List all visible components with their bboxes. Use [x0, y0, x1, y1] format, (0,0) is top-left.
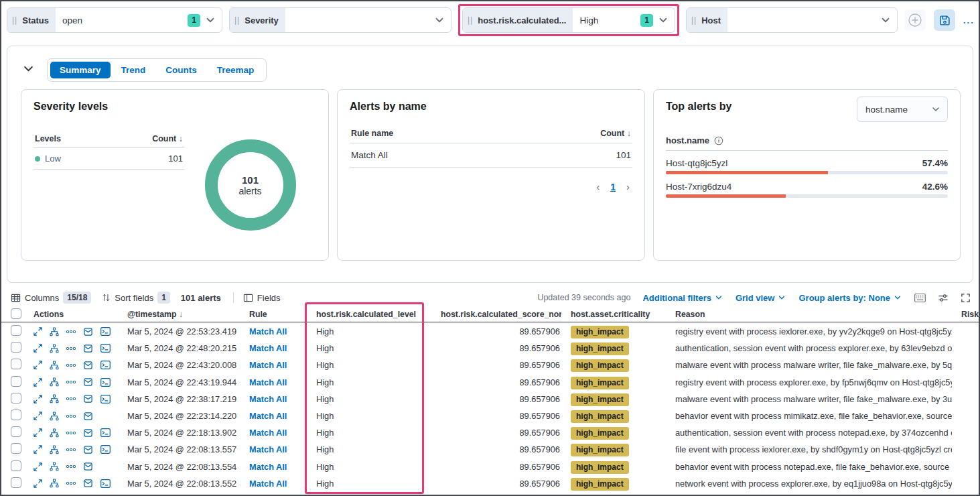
analyze-event-icon[interactable]: [50, 428, 59, 438]
group-alerts-button[interactable]: Group alerts by: None: [798, 293, 902, 303]
more-actions-icon[interactable]: [66, 481, 76, 485]
reason-cell[interactable]: registry event with process explorer.exe…: [669, 377, 952, 387]
investigate-timeline-icon[interactable]: [83, 377, 93, 387]
session-view-icon[interactable]: [100, 445, 111, 454]
more-actions-icon[interactable]: [66, 347, 76, 351]
row-checkbox[interactable]: [11, 426, 21, 437]
session-view-icon[interactable]: [100, 428, 111, 437]
row-checkbox[interactable]: [11, 460, 21, 471]
analyze-event-icon[interactable]: [50, 462, 59, 471]
more-actions-icon[interactable]: [66, 330, 76, 334]
more-actions-icon[interactable]: [66, 431, 76, 435]
rule-link[interactable]: Match All: [249, 377, 287, 387]
investigate-timeline-icon[interactable]: [83, 428, 93, 438]
analyze-event-icon[interactable]: [50, 412, 59, 421]
tab-summary[interactable]: Summary: [50, 62, 111, 78]
tab-trend[interactable]: Trend: [112, 62, 155, 78]
expand-alert-icon[interactable]: [33, 361, 42, 369]
reason-cell[interactable]: file event with process iexlorer.exe, by…: [669, 444, 952, 454]
fields-button[interactable]: Fields: [243, 293, 281, 303]
col-timestamp[interactable]: @timestamp ↓: [127, 310, 249, 319]
reason-cell[interactable]: behavior event with process mimikatz.exe…: [669, 411, 952, 421]
rule-link[interactable]: Match All: [249, 394, 287, 404]
investigate-timeline-icon[interactable]: [83, 361, 93, 370]
row-checkbox[interactable]: [11, 359, 21, 369]
next-page-icon[interactable]: ›: [626, 181, 630, 192]
expand-alert-icon[interactable]: [33, 344, 42, 353]
investigate-timeline-icon[interactable]: [83, 462, 93, 471]
more-actions-icon[interactable]: [66, 363, 76, 367]
row-checkbox[interactable]: [11, 342, 21, 353]
session-view-icon[interactable]: [100, 378, 111, 387]
analyze-event-icon[interactable]: [50, 445, 59, 454]
expand-alert-icon[interactable]: [33, 327, 42, 336]
chevron-down-icon[interactable]: [657, 14, 669, 26]
col-risk[interactable]: Risk: [952, 310, 979, 319]
investigate-timeline-icon[interactable]: [83, 327, 93, 336]
analyze-event-icon[interactable]: [50, 361, 59, 370]
info-icon[interactable]: [714, 136, 723, 145]
expand-alert-icon[interactable]: [33, 479, 42, 488]
investigate-timeline-icon[interactable]: [83, 479, 93, 488]
analyze-event-icon[interactable]: [50, 327, 59, 336]
reason-cell[interactable]: behavior event with process notepad.exe,…: [669, 462, 952, 472]
reason-cell[interactable]: malware event with process malware write…: [669, 394, 952, 404]
analyze-event-icon[interactable]: [50, 344, 59, 353]
investigate-timeline-icon[interactable]: [83, 412, 93, 421]
expand-alert-icon[interactable]: [33, 412, 42, 420]
drag-handle-icon[interactable]: ||: [468, 15, 473, 25]
row-checkbox[interactable]: [11, 325, 21, 336]
drag-handle-icon[interactable]: ||: [691, 15, 697, 25]
expand-alert-icon[interactable]: [33, 428, 42, 437]
display-options-icon[interactable]: [938, 293, 949, 303]
more-actions-icon[interactable]: [66, 414, 76, 418]
reason-cell[interactable]: authentication, session event with proce…: [669, 343, 952, 353]
keyboard-shortcuts-icon[interactable]: [914, 293, 926, 303]
prev-page-icon[interactable]: ‹: [596, 181, 600, 192]
row-checkbox[interactable]: [11, 410, 21, 420]
filter-severity[interactable]: ||Severity: [229, 7, 451, 33]
row-checkbox[interactable]: [11, 376, 21, 387]
col-criticality[interactable]: host.asset.criticality: [561, 310, 669, 319]
col-rule[interactable]: Rule: [249, 310, 316, 319]
more-actions-icon[interactable]: [66, 448, 76, 452]
rule-link[interactable]: Match All: [249, 360, 287, 370]
more-actions-icon[interactable]: ...: [963, 15, 975, 25]
rule-link[interactable]: Match All: [249, 444, 287, 454]
reason-cell[interactable]: authentication, session event with proce…: [669, 428, 952, 438]
filter-status[interactable]: ||Status open 1: [7, 7, 222, 33]
col-rule-name[interactable]: Rule name: [351, 129, 393, 138]
grid-view-button[interactable]: Grid view: [736, 293, 787, 303]
analyze-event-icon[interactable]: [50, 377, 59, 387]
filter-host-risk-level[interactable]: ||host.risk.calculated... High 1: [462, 7, 675, 33]
top-alert-row[interactable]: Host-7xrig6dzu4 42.6%: [666, 182, 948, 198]
additional-filters-button[interactable]: Additional filters: [642, 293, 723, 303]
expand-alert-icon[interactable]: [33, 462, 42, 471]
col-count[interactable]: Count ↓: [152, 134, 183, 143]
top-alerts-field-select[interactable]: host.name: [857, 97, 948, 122]
session-view-icon[interactable]: [100, 361, 111, 369]
collapse-summary-icon[interactable]: [22, 62, 35, 78]
analyze-event-icon[interactable]: [50, 479, 59, 488]
rule-link[interactable]: Match All: [249, 326, 287, 336]
drag-handle-icon[interactable]: ||: [234, 15, 240, 25]
add-filter-icon[interactable]: [904, 9, 926, 31]
more-actions-icon[interactable]: [66, 464, 76, 469]
tab-counts[interactable]: Counts: [156, 62, 206, 78]
investigate-timeline-icon[interactable]: [83, 394, 93, 404]
session-view-icon[interactable]: [100, 395, 111, 404]
session-view-icon[interactable]: [100, 327, 111, 336]
page-1-button[interactable]: 1: [610, 182, 616, 192]
select-all-checkbox[interactable]: [11, 308, 21, 319]
analyze-event-icon[interactable]: [50, 394, 59, 404]
col-risk-level[interactable]: host.risk.calculated_level: [316, 310, 441, 319]
drag-handle-icon[interactable]: ||: [12, 15, 17, 25]
fullscreen-icon[interactable]: [961, 293, 971, 303]
session-view-icon[interactable]: [100, 479, 111, 488]
row-checkbox[interactable]: [11, 477, 21, 488]
columns-button[interactable]: Columns 15/18: [11, 292, 91, 304]
more-actions-icon[interactable]: [66, 380, 76, 384]
tab-treemap[interactable]: Treemap: [208, 62, 264, 78]
save-icon[interactable]: [934, 9, 955, 31]
reason-cell[interactable]: registry event with process iexlorer.exe…: [669, 326, 952, 336]
